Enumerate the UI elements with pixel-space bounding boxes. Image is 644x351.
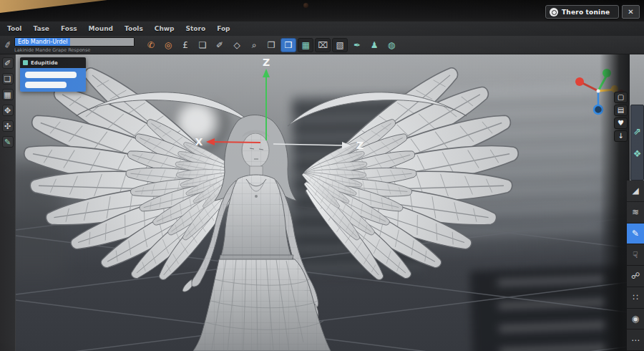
quill-tool-icon[interactable]: ✒	[349, 38, 365, 52]
selection-set-dropdown[interactable]: Edb Mandri-Urdel	[14, 37, 135, 47]
pipette-icon[interactable]: ✐	[2, 57, 14, 69]
folder-tool-icon[interactable]: ❒	[280, 38, 296, 52]
wirebox-tool-icon[interactable]: ▦	[298, 38, 313, 52]
download-icon[interactable]: ↓	[614, 130, 628, 142]
frame-icon[interactable]: ▢	[614, 92, 628, 103]
viewport-quick-actions: ▢ ▤ ♥ ↓	[614, 92, 628, 142]
pen-cursor-icon: ✐	[3, 39, 12, 50]
main-toolbar: ✐ Edb Mandri-Urdel Lakinide Mande Grape …	[0, 36, 644, 54]
eye-tool-icon[interactable]: ◉	[627, 309, 644, 330]
selection-set-caption: Lakinide Mande Grape Response	[14, 47, 135, 53]
application-window: Z X Z Thero tonine ✕ Tool Tase Foss	[0, 0, 644, 351]
tooltip-panel[interactable]: Edupitide	[20, 57, 86, 92]
image-tool-icon[interactable]: ▧	[332, 38, 348, 52]
frame-tool-icon[interactable]: ❏	[195, 38, 210, 52]
figure-tool-icon[interactable]: ♟	[366, 38, 382, 52]
menu-item[interactable]: Storo	[186, 25, 206, 32]
arrow-ne-icon[interactable]: ⇗	[633, 126, 641, 137]
blurred-scene-list-panel	[470, 265, 644, 351]
wave-tool-icon[interactable]: ≋	[627, 202, 644, 223]
menu-item[interactable]: Mound	[89, 25, 113, 32]
ramp-tool-icon[interactable]: ◢	[627, 181, 644, 202]
panel-selection[interactable]	[20, 68, 86, 92]
menu-item[interactable]: Tase	[33, 25, 49, 32]
search-icon	[550, 8, 558, 16]
search-box[interactable]: Thero tonine	[545, 5, 619, 19]
gear-icon[interactable]: ✥	[2, 105, 14, 116]
pen-tool-icon[interactable]: ✎	[627, 223, 644, 245]
panel-entry[interactable]	[25, 72, 77, 78]
ring-tool-icon[interactable]: ◎	[160, 38, 176, 52]
menu-bar: Tool Tase Foss Mound Tools Chwp Storo Fo…	[0, 21, 644, 36]
left-tool-rail: ✐ ❏ ▦ ✥ ✣ ✎	[0, 54, 16, 351]
close-button[interactable]: ✕	[622, 5, 640, 19]
heart-icon[interactable]: ♥	[614, 117, 628, 129]
hook-tool-icon[interactable]: ✆	[143, 38, 159, 52]
selection-set-value: Edb Mandri-Urdel	[15, 38, 70, 46]
gizmo-z-right-label: Z	[356, 140, 364, 151]
copy-tool-icon[interactable]: ❐	[263, 38, 279, 52]
grid-icon[interactable]: ▦	[2, 89, 14, 100]
poly-icon[interactable]: ✣	[2, 120, 14, 132]
frame-icon[interactable]: ❏	[2, 73, 14, 85]
search-input-value[interactable]: Thero tonine	[562, 9, 610, 16]
orb-tool-icon[interactable]: ◍	[384, 38, 399, 52]
gizmo-x-label: X	[195, 136, 203, 148]
menu-item[interactable]: Fop	[217, 25, 230, 32]
trash-tool-icon[interactable]: ⌧	[315, 38, 331, 52]
currency-tool-icon[interactable]: £	[177, 38, 193, 52]
panel-icon	[23, 60, 28, 65]
right-side-panel: ⇗ ❖	[630, 105, 644, 181]
panel-title: Edupitide	[31, 60, 58, 66]
magnifier-tool-icon[interactable]: ⌕	[246, 38, 262, 52]
webcam-dot	[303, 3, 308, 8]
gizmo-z-up-label: Z	[263, 57, 270, 68]
menu-item[interactable]: Tools	[125, 25, 143, 32]
clamp-tool-icon[interactable]: ☍	[627, 266, 644, 287]
brush-icon[interactable]: ✎	[2, 136, 14, 148]
panel-entry[interactable]	[25, 82, 67, 88]
tag-tool-icon[interactable]: ◇	[229, 38, 245, 52]
more-tool-icon[interactable]: ⋯	[627, 330, 644, 351]
menu-item[interactable]: Tool	[7, 25, 21, 32]
layers-icon[interactable]: ▤	[614, 105, 628, 116]
pen-tool-icon[interactable]: ✐	[212, 38, 228, 52]
beads-tool-icon[interactable]: ∷	[627, 287, 644, 309]
hand-tool-icon[interactable]: ☟	[627, 244, 644, 266]
menu-item[interactable]: Foss	[61, 25, 77, 32]
cube-icon[interactable]: ❖	[633, 148, 642, 159]
right-tool-rail: ◢ ≋ ✎ ☟ ☍ ∷ ◉ ⋯	[627, 181, 644, 351]
menu-item[interactable]: Chwp	[155, 25, 175, 32]
